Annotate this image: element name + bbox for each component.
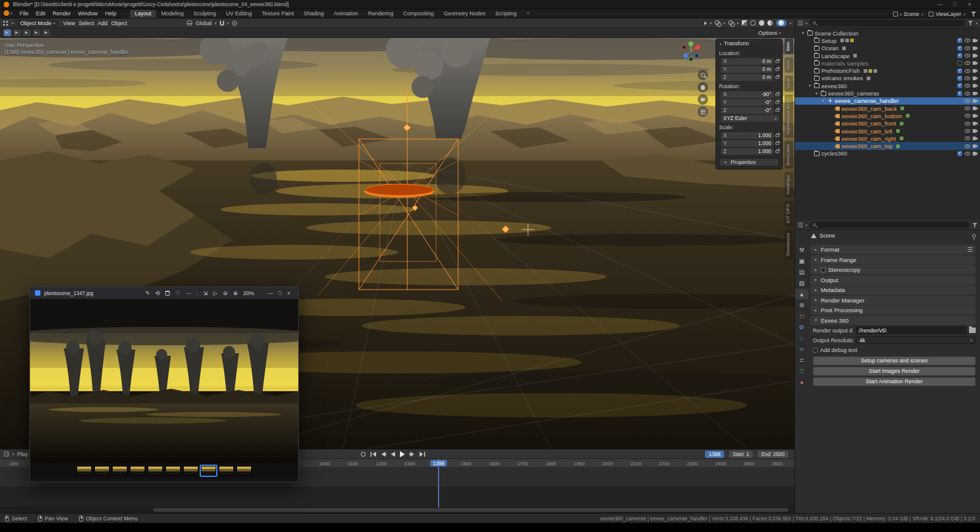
- lock-icon[interactable]: [775, 60, 779, 63]
- zoom-button[interactable]: [698, 70, 708, 80]
- disable-render-icon[interactable]: [973, 54, 978, 58]
- properties-tab[interactable]: [795, 289, 809, 299]
- exclude-checkbox[interactable]: [957, 83, 962, 88]
- hide-viewport-icon[interactable]: [965, 61, 970, 65]
- add-debug-text-checkbox[interactable]: [813, 348, 818, 353]
- transform-value-field[interactable]: Y -0° ▾: [721, 99, 774, 106]
- properties-tab[interactable]: [795, 377, 809, 388]
- menu-item[interactable]: File: [16, 10, 32, 18]
- lock-icon[interactable]: [775, 142, 779, 145]
- tweak-tool-icon[interactable]: [4, 29, 11, 36]
- disable-render-icon[interactable]: [973, 129, 978, 133]
- auto-keyframe-button[interactable]: [360, 451, 366, 457]
- properties-section-header[interactable]: Render Manager: [810, 296, 976, 305]
- properties-search-input[interactable]: [818, 222, 967, 228]
- hide-viewport-icon[interactable]: [965, 114, 970, 118]
- transform-value-field[interactable]: Z 0 m ▾: [721, 74, 774, 81]
- filter-icon[interactable]: [971, 12, 976, 17]
- edit-icon[interactable]: ✎: [145, 290, 150, 296]
- workspace-tab[interactable]: Geometry Nodes: [439, 10, 490, 18]
- properties-search[interactable]: [810, 222, 970, 228]
- outliner-row[interactable]: eevee360_cam_left: [795, 127, 980, 135]
- disclosure-triangle-icon[interactable]: [801, 31, 805, 36]
- outliner-row[interactable]: eevee360_cameras: [795, 89, 980, 97]
- properties-section-header[interactable]: Output: [810, 275, 976, 285]
- xray-toggle-icon[interactable]: [742, 20, 747, 26]
- lock-icon[interactable]: [775, 101, 779, 104]
- disable-render-icon[interactable]: [973, 77, 978, 80]
- disable-render-icon[interactable]: [973, 152, 978, 155]
- snap-magnet-icon[interactable]: [220, 21, 224, 26]
- properties-tab[interactable]: [795, 256, 809, 266]
- workspace-tab[interactable]: Layout: [130, 10, 156, 18]
- filmstrip-thumbnail[interactable]: [130, 466, 145, 476]
- workspace-tab[interactable]: Texture Paint: [257, 10, 299, 18]
- playhead-badge[interactable]: 1398: [431, 460, 447, 466]
- exclude-checkbox[interactable]: [957, 91, 962, 96]
- exclude-checkbox[interactable]: [957, 46, 962, 51]
- viewport-menu-item[interactable]: Select: [77, 20, 95, 26]
- scrollbar-handle[interactable]: [153, 508, 788, 512]
- disable-render-icon[interactable]: [973, 84, 978, 88]
- show-gizmo-icon[interactable]: [715, 20, 720, 26]
- outliner-row[interactable]: PrehistoricFish: [795, 67, 980, 74]
- properties-tab[interactable]: [795, 366, 809, 377]
- editor-type-icon[interactable]: [3, 21, 8, 26]
- sidebar-tab[interactable]: BoxCutter: [785, 141, 793, 169]
- transform-value-field[interactable]: X -90° ▾: [721, 91, 774, 98]
- outliner-row[interactable]: eevee360: [795, 82, 980, 89]
- play-reverse-button[interactable]: [390, 452, 396, 457]
- hide-viewport-icon[interactable]: [965, 152, 970, 155]
- panorama-image[interactable]: [30, 299, 298, 463]
- unlink-icon[interactable]: ×: [921, 12, 924, 17]
- outliner-row[interactable]: Landscape: [795, 52, 980, 59]
- playback-menu[interactable]: Play: [17, 451, 28, 457]
- workspace-tab[interactable]: Shading: [299, 10, 329, 18]
- filmstrip-thumbnail[interactable]: [236, 466, 252, 476]
- section-checkbox[interactable]: [821, 268, 826, 272]
- lock-icon[interactable]: [775, 68, 779, 71]
- disable-render-icon[interactable]: [973, 107, 978, 110]
- more-options-icon[interactable]: ⋯: [186, 290, 191, 296]
- sidebar-tab[interactable]: View: [785, 75, 793, 92]
- properties-tab[interactable]: [795, 344, 809, 354]
- outliner-row[interactable]: volcano smokes: [795, 75, 980, 82]
- hide-viewport-icon[interactable]: [965, 47, 970, 50]
- pan-button[interactable]: [698, 82, 708, 92]
- scene-selector[interactable]: ▾ Scene ×: [893, 11, 924, 17]
- workspace-tab[interactable]: Compositing: [398, 10, 439, 18]
- window-minimize-button[interactable]: —: [933, 1, 947, 7]
- zoom-level-label[interactable]: 20%: [243, 290, 254, 296]
- disable-render-icon[interactable]: [973, 47, 978, 50]
- blender-menu-icon[interactable]: [4, 10, 12, 17]
- properties-section-header[interactable]: Stereoscopy: [810, 265, 976, 274]
- shading-rendered-active[interactable]: [776, 20, 786, 26]
- filter-icon[interactable]: [972, 223, 978, 228]
- photos-window[interactable]: pleistocene_1347.jpg ✎ ⟲ ♡ ⋯ ⇲ ▷ ⊖ ⊕ 20%…: [29, 287, 299, 482]
- close-icon[interactable]: ×: [284, 290, 293, 296]
- preset-menu-icon[interactable]: [968, 247, 973, 252]
- filmstrip-thumbnail[interactable]: [94, 466, 110, 476]
- outliner-row[interactable]: materials samples: [795, 59, 980, 67]
- properties-tab[interactable]: [795, 333, 809, 343]
- disclosure-triangle-icon[interactable]: [821, 99, 826, 103]
- disable-render-icon[interactable]: [973, 144, 978, 148]
- resolution-dropdown[interactable]: 4k ▾: [856, 336, 976, 344]
- properties-tab[interactable]: [795, 278, 809, 288]
- rotate-icon[interactable]: ⟲: [156, 290, 160, 296]
- sidebar-tab[interactable]: Omniverse: [785, 230, 793, 260]
- properties-section-header[interactable]: Frame Range: [810, 255, 976, 264]
- hide-viewport-icon[interactable]: [965, 129, 970, 133]
- annotate-tool-icon[interactable]: [43, 29, 50, 36]
- hide-viewport-icon[interactable]: [965, 77, 970, 80]
- lock-icon[interactable]: [775, 150, 779, 153]
- exclude-checkbox[interactable]: [957, 38, 962, 43]
- hide-viewport-icon[interactable]: [965, 107, 970, 110]
- filter-icon[interactable]: [968, 21, 973, 26]
- zoom-out-icon[interactable]: ⊖: [223, 290, 228, 296]
- eevee360-action-button[interactable]: Setup cameras and scenes: [813, 356, 976, 365]
- menu-item[interactable]: Help: [102, 10, 121, 18]
- workspace-tab[interactable]: Animation: [329, 10, 363, 18]
- hide-viewport-icon[interactable]: [965, 144, 970, 148]
- editor-type-icon[interactable]: [798, 223, 803, 228]
